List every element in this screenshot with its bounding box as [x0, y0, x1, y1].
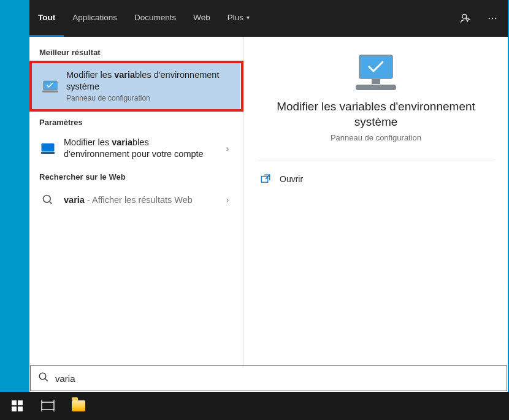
svg-rect-17 [18, 400, 23, 405]
result-title: Modifier les variables d'environnement p… [64, 137, 214, 160]
taskbar [0, 392, 509, 420]
start-button[interactable] [2, 392, 32, 420]
result-web-search[interactable]: varia - Afficher les résultats Web › [29, 185, 243, 215]
tab-more[interactable]: Plus▾ [219, 0, 258, 37]
tab-documents-label: Documents [134, 13, 176, 22]
svg-point-1 [489, 18, 490, 19]
detail-actions: Ouvrir [244, 161, 508, 197]
svg-rect-18 [12, 407, 17, 411]
result-text-block: Modifier les variables d'environnement p… [64, 137, 214, 160]
tab-all[interactable]: Tout [29, 0, 64, 37]
result-text-block: varia - Afficher les résultats Web [64, 194, 214, 206]
tab-applications[interactable]: Applications [64, 0, 126, 37]
svg-rect-10 [359, 55, 392, 78]
monitor-icon [39, 140, 56, 157]
svg-line-9 [50, 201, 52, 204]
tab-all-label: Tout [38, 13, 55, 22]
svg-rect-5 [42, 90, 58, 92]
tab-web-label: Web [193, 13, 210, 22]
svg-line-15 [45, 378, 48, 381]
detail-subtitle: Panneau de configuration [269, 133, 483, 142]
svg-point-0 [462, 14, 467, 18]
section-web: Rechercher sur le Web [29, 166, 243, 185]
tab-web[interactable]: Web [185, 0, 219, 37]
svg-point-2 [492, 18, 493, 19]
options-button[interactable] [481, 0, 504, 37]
svg-rect-12 [356, 85, 396, 90]
emphasis-border: Modifier les variables d'environnement s… [29, 61, 243, 112]
section-settings: Paramètres [29, 112, 243, 131]
detail-title: Modifier les variables d'environnement s… [269, 99, 483, 129]
svg-rect-6 [42, 143, 55, 152]
tab-applications-label: Applications [72, 13, 117, 22]
svg-point-8 [44, 195, 51, 202]
task-view-button[interactable] [33, 392, 63, 420]
search-icon [38, 372, 49, 385]
monitor-icon [42, 78, 59, 95]
svg-point-3 [495, 18, 496, 19]
svg-rect-16 [12, 400, 17, 405]
feedback-button[interactable] [454, 0, 477, 37]
result-title: Modifier les variables d'environnement s… [66, 69, 231, 93]
search-input-bar[interactable] [30, 365, 507, 391]
search-icon [39, 191, 56, 208]
detail-icon [269, 54, 483, 92]
result-env-vars-user[interactable]: Modifier les variables d'environnement p… [29, 131, 243, 166]
result-env-vars-system[interactable]: Modifier les variables d'environnement s… [32, 63, 240, 109]
result-text-block: Modifier les variables d'environnement s… [66, 69, 231, 103]
results-list: Meilleur résultat Modifier l [29, 37, 244, 365]
desktop-left-accent [0, 0, 29, 420]
action-open-label: Ouvrir [280, 174, 303, 184]
tab-documents[interactable]: Documents [126, 0, 185, 37]
detail-hero: Modifier les variables d'environnement s… [244, 37, 508, 157]
search-results-panel: Tout Applications Documents Web Plus▾ Me… [29, 0, 508, 392]
svg-rect-11 [372, 79, 380, 84]
svg-rect-19 [18, 407, 23, 411]
chevron-right-icon: › [221, 143, 234, 153]
chevron-right-icon: › [221, 195, 234, 205]
search-tabs: Tout Applications Documents Web Plus▾ [29, 0, 508, 37]
section-best-result: Meilleur résultat [29, 42, 243, 61]
result-title: varia - Afficher les résultats Web [64, 194, 214, 206]
svg-rect-20 [42, 402, 54, 410]
search-main: Meilleur résultat Modifier l [29, 37, 508, 365]
file-explorer-taskbar[interactable] [64, 392, 93, 420]
tab-more-label: Plus [228, 13, 243, 22]
open-icon [260, 174, 271, 185]
svg-point-14 [39, 373, 46, 380]
desktop: Tout Applications Documents Web Plus▾ Me… [0, 0, 509, 420]
folder-icon [72, 400, 85, 411]
detail-pane: Modifier les variables d'environnement s… [244, 37, 508, 365]
result-subtitle: Panneau de configuration [66, 94, 231, 104]
action-open[interactable]: Ouvrir [244, 166, 508, 192]
tabs-right-actions [454, 0, 504, 37]
chevron-down-icon: ▾ [247, 14, 250, 21]
svg-rect-7 [41, 152, 55, 154]
search-input[interactable] [55, 373, 499, 384]
